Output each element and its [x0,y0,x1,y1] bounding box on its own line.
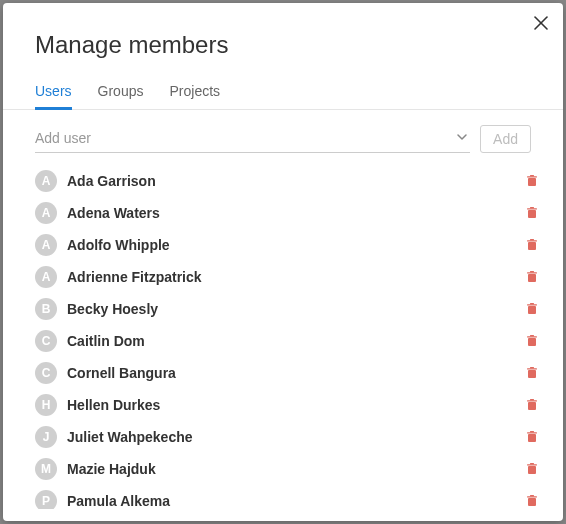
svg-rect-10 [530,239,534,241]
svg-rect-28 [530,431,534,433]
close-icon [533,15,549,31]
svg-rect-7 [530,207,534,209]
delete-user-button[interactable] [525,495,539,507]
avatar: A [35,170,57,192]
user-list[interactable]: AAda GarrisonAAdena WatersAAdolfo Whippl… [35,165,549,509]
svg-rect-8 [528,242,536,250]
user-name: Cornell Bangura [67,365,515,381]
user-row: BBecky Hoesly [35,293,545,325]
tab-groups[interactable]: Groups [98,77,144,109]
svg-rect-11 [528,274,536,282]
trash-icon [527,335,537,347]
avatar: M [35,458,57,480]
tabs: Users Groups Projects [3,77,563,110]
avatar: A [35,266,57,288]
svg-rect-32 [528,498,536,506]
add-user-row: Add [3,110,563,159]
delete-user-button[interactable] [525,239,539,251]
user-name: Adolfo Whipple [67,237,515,253]
add-user-input-wrap [35,124,470,153]
svg-rect-16 [530,303,534,305]
avatar: H [35,394,57,416]
user-row: AAda Garrison [35,165,545,197]
delete-user-button[interactable] [525,207,539,219]
dialog-title: Manage members [3,3,563,77]
svg-rect-5 [528,210,536,218]
svg-rect-19 [530,335,534,337]
trash-icon [527,399,537,411]
delete-user-button[interactable] [525,335,539,347]
user-row: PPamula Alkema [35,485,545,509]
avatar: P [35,490,57,509]
svg-rect-26 [528,434,536,442]
svg-rect-20 [528,370,536,378]
trash-icon [527,239,537,251]
user-row: AAdrienne Fitzpatrick [35,261,545,293]
user-name: Pamula Alkema [67,493,515,509]
avatar: C [35,362,57,384]
svg-rect-23 [528,402,536,410]
user-row: CCaitlin Dom [35,325,545,357]
delete-user-button[interactable] [525,431,539,443]
user-name: Mazie Hajduk [67,461,515,477]
avatar: A [35,202,57,224]
delete-user-button[interactable] [525,367,539,379]
user-row: JJuliet Wahpekeche [35,421,545,453]
tab-projects[interactable]: Projects [169,77,220,109]
user-name: Caitlin Dom [67,333,515,349]
svg-rect-14 [528,306,536,314]
close-button[interactable] [533,15,549,35]
user-name: Hellen Durkes [67,397,515,413]
svg-rect-17 [528,338,536,346]
svg-rect-31 [530,463,534,465]
user-row: HHellen Durkes [35,389,545,421]
trash-icon [527,495,537,507]
user-name: Adrienne Fitzpatrick [67,269,515,285]
svg-rect-13 [530,271,534,273]
user-row: AAdolfo Whipple [35,229,545,261]
user-name: Ada Garrison [67,173,515,189]
user-row: CCornell Bangura [35,357,545,389]
avatar: J [35,426,57,448]
avatar: A [35,234,57,256]
trash-icon [527,431,537,443]
add-button[interactable]: Add [480,125,531,153]
manage-members-dialog: Manage members Users Groups Projects Add… [3,3,563,521]
svg-rect-25 [530,399,534,401]
svg-rect-4 [530,175,534,177]
avatar: B [35,298,57,320]
user-name: Adena Waters [67,205,515,221]
trash-icon [527,207,537,219]
delete-user-button[interactable] [525,463,539,475]
add-user-input[interactable] [35,124,470,152]
trash-icon [527,175,537,187]
delete-user-button[interactable] [525,303,539,315]
user-row: AAdena Waters [35,197,545,229]
tab-users[interactable]: Users [35,77,72,109]
delete-user-button[interactable] [525,175,539,187]
trash-icon [527,271,537,283]
user-name: Juliet Wahpekeche [67,429,515,445]
delete-user-button[interactable] [525,271,539,283]
delete-user-button[interactable] [525,399,539,411]
trash-icon [527,367,537,379]
svg-rect-29 [528,466,536,474]
user-name: Becky Hoesly [67,301,515,317]
user-row: MMazie Hajduk [35,453,545,485]
avatar: C [35,330,57,352]
svg-rect-22 [530,367,534,369]
trash-icon [527,463,537,475]
trash-icon [527,303,537,315]
svg-rect-34 [530,495,534,497]
svg-rect-2 [528,178,536,186]
